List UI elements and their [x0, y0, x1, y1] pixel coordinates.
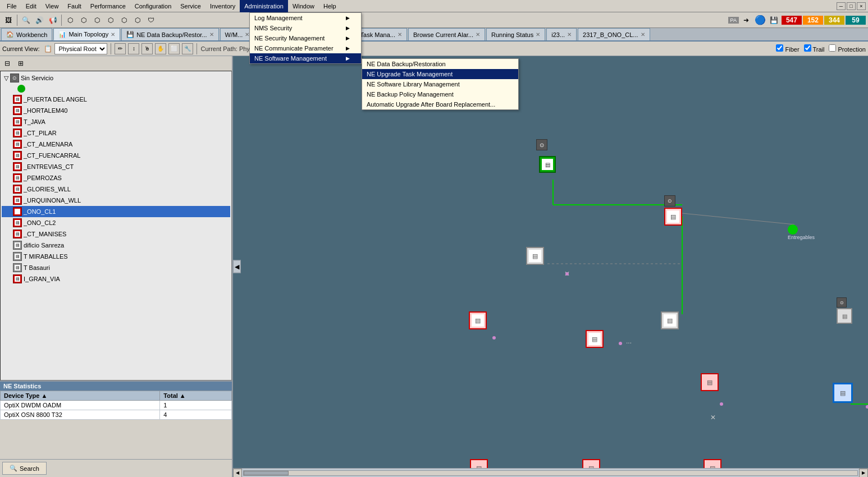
toolbar-icon10[interactable]: ⬡: [131, 14, 144, 26]
list-item-miraballes[interactable]: ▤ T MIRABALLES: [2, 251, 230, 262]
collapse-all-btn[interactable]: ⊟: [1, 57, 13, 70]
tab-workbench[interactable]: 🏠 Workbench: [1, 28, 52, 40]
fiber-checkbox-label[interactable]: Fiber: [776, 44, 799, 53]
view-btn3[interactable]: 🖱: [141, 43, 153, 54]
view-btn2[interactable]: ↕: [128, 43, 139, 54]
protection-checkbox-label[interactable]: Protection: [829, 44, 866, 53]
protection-checkbox[interactable]: [829, 44, 836, 52]
scroll-right-btn[interactable]: ▶: [859, 469, 868, 478]
badge-major[interactable]: 152: [803, 16, 823, 25]
menu-item-auto-upgrade[interactable]: Automatic Upgrade After Board Replacemen…: [362, 99, 518, 109]
view-btn5[interactable]: ⬜: [168, 43, 180, 54]
menu-item-ne-communicate[interactable]: NE Communicate Parameter ▶: [250, 43, 361, 53]
panel-collapse-btn[interactable]: ◀: [233, 260, 241, 273]
badge-critical[interactable]: 547: [782, 16, 802, 25]
menu-configuration[interactable]: Configuration: [130, 0, 176, 12]
tab-2317-close[interactable]: ✕: [641, 31, 645, 38]
menu-item-ne-software-library[interactable]: NE Software Library Management: [362, 79, 518, 89]
toolbar-icon6[interactable]: ⬡: [77, 14, 90, 26]
ne-node-red6[interactable]: ▤: [701, 373, 719, 391]
tree-root[interactable]: ▽ ⊙ Sin Servicio: [2, 72, 230, 84]
menu-service[interactable]: Service: [176, 0, 205, 12]
toolbar-icon4[interactable]: 📢: [47, 14, 59, 26]
tab-running-status[interactable]: Running Status ✕: [486, 28, 545, 40]
view-btn6[interactable]: 🔧: [182, 43, 193, 54]
trail-checkbox-label[interactable]: Trail: [804, 44, 825, 53]
arrow-icon[interactable]: ➜: [740, 14, 752, 26]
col-device-type[interactable]: Device Type ▲: [1, 391, 160, 401]
tab-ne-backup-close[interactable]: ✕: [209, 31, 214, 38]
list-item-gran-via[interactable]: ▤ I_GRAN_VIA: [2, 273, 230, 285]
menu-item-ne-upgrade-task[interactable]: NE Upgrade Task Management: [362, 69, 518, 79]
list-item-ct-pilar[interactable]: ▤ _CT_PILAR: [2, 127, 230, 139]
col-total[interactable]: Total ▲: [160, 391, 232, 401]
menu-inventory[interactable]: Inventory: [205, 0, 240, 12]
menu-fault[interactable]: Fault: [63, 0, 85, 12]
list-item-ct-almenara[interactable]: ▤ _CT_ALMENARA: [2, 139, 230, 150]
list-item-basauri[interactable]: ▤ T Basauri: [2, 262, 230, 273]
ne-node-entregables[interactable]: Entregables: [788, 224, 815, 240]
ne-node-blue1[interactable]: ▤: [833, 383, 853, 403]
search-button[interactable]: 🔍 Search: [2, 462, 47, 475]
menu-item-log-management[interactable]: Log Management ▶: [250, 13, 361, 23]
menu-view[interactable]: View: [41, 0, 63, 12]
tab-2317[interactable]: 2317_B_ONO_CL... ✕: [578, 28, 650, 40]
menu-edit[interactable]: Edit: [21, 0, 41, 12]
menu-help[interactable]: Help: [319, 0, 341, 12]
view-btn1[interactable]: ✏: [115, 43, 126, 54]
toolbar-icon2[interactable]: 🔍: [20, 14, 32, 26]
expand-all-btn[interactable]: ⊞: [15, 57, 27, 70]
restore-button[interactable]: □: [847, 2, 856, 10]
tab-ne-backup[interactable]: 💾 NE Data Backup/Restor... ✕: [121, 28, 218, 40]
list-item-urquinona[interactable]: ▤ _URQUINONA_WLL: [2, 195, 230, 206]
list-item-ct-manises[interactable]: ▤ _CT_MANISES: [2, 228, 230, 240]
toolbar-icon5[interactable]: ⬡: [64, 14, 76, 26]
scroll-thumb[interactable]: [244, 471, 289, 475]
list-item-hortalem[interactable]: ▤ _HORTALEM40: [2, 105, 230, 116]
list-item-java[interactable]: ▤ T_JAVA: [2, 116, 230, 127]
fiber-checkbox[interactable]: [776, 44, 783, 52]
menu-item-ne-software[interactable]: NE Software Management ▶: [250, 53, 361, 63]
menu-administration[interactable]: Administration: [240, 0, 288, 12]
list-item-entrevias[interactable]: ▤ _ENTREVIAS_CT: [2, 161, 230, 172]
ne-node-red1[interactable]: ⊙ ▤: [664, 195, 682, 226]
toolbar-icon8[interactable]: ⬡: [104, 14, 117, 26]
tab-alarm-close[interactable]: ✕: [476, 31, 480, 38]
list-item-ono-cl1[interactable]: ▤ _ONO_CL1: [2, 206, 230, 217]
toolbar-icon11[interactable]: 🛡: [145, 14, 157, 26]
close-button[interactable]: ×: [857, 2, 866, 10]
list-item-ct-fuencarral[interactable]: ▤ _CT_FUENCARRAL: [2, 150, 230, 161]
table-row[interactable]: OptiX OSN 8800 T32 4: [1, 410, 232, 420]
toolbar-icon3[interactable]: 🔊: [33, 14, 45, 26]
menu-item-ne-security[interactable]: NE Security Management ▶: [250, 33, 361, 43]
menu-window[interactable]: Window: [288, 0, 319, 12]
tab-main-topology-close[interactable]: ✕: [111, 31, 115, 38]
horizontal-scrollbar[interactable]: ◀ ▶: [233, 468, 868, 477]
tree-root-collapse[interactable]: ▽: [4, 75, 8, 82]
scroll-track[interactable]: [243, 470, 858, 476]
toolbar-icon9[interactable]: ⬡: [118, 14, 130, 26]
list-item-ono-cl2[interactable]: ▤ _ONO_CL2: [2, 217, 230, 228]
ne-node-red2[interactable]: ▤: [469, 311, 487, 329]
map-area[interactable]: ✕ ... ✕ ✕ ✕ ✕ ⊙: [233, 56, 868, 477]
tab-i23[interactable]: i23... ✕: [546, 28, 577, 40]
list-item-sanreza[interactable]: ▤ dificio Sanreza: [2, 240, 230, 251]
list-item-glories[interactable]: ▤ _GLORIES_WLL: [2, 184, 230, 195]
save-icon[interactable]: 💾: [768, 14, 780, 26]
menu-item-ne-data-backup[interactable]: NE Data Backup/Restoration: [362, 59, 518, 69]
ne-node-green1[interactable]: ▤: [539, 156, 556, 173]
info-icon[interactable]: 🔵: [755, 15, 766, 25]
badge-minor[interactable]: 344: [824, 16, 844, 25]
view-selector[interactable]: Physical Root: [54, 43, 107, 54]
tab-i23-close[interactable]: ✕: [567, 31, 572, 38]
badge-info[interactable]: 59: [846, 16, 866, 25]
minimize-button[interactable]: ─: [837, 2, 846, 10]
scroll-left-btn[interactable]: ◀: [233, 469, 242, 478]
view-btn4[interactable]: ✋: [155, 43, 166, 54]
toolbar-icon1[interactable]: 🖼: [2, 14, 15, 26]
list-item-pemrozas[interactable]: ▤ _PEMROZAS: [2, 172, 230, 184]
menu-item-ne-backup-policy[interactable]: NE Backup Policy Management: [362, 89, 518, 99]
menu-performance[interactable]: Performance: [86, 0, 130, 12]
ne-node-gray2[interactable]: ▤: [661, 311, 679, 329]
menu-item-nms-security[interactable]: NMS Security ▶: [250, 23, 361, 33]
